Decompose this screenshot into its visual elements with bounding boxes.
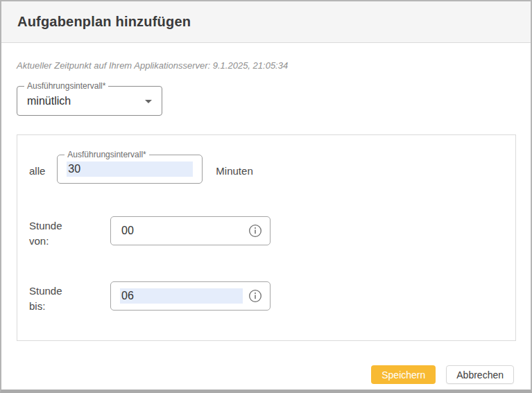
interval-row: alle Ausführungsintervall* Minuten xyxy=(29,155,515,184)
hour-to-row: Stunde bis: xyxy=(29,281,515,314)
save-button[interactable]: Speichern xyxy=(371,365,436,384)
hour-from-label: Stunde von: xyxy=(29,216,110,249)
cancel-button[interactable]: Abbrechen xyxy=(446,365,514,384)
hour-to-label-line2: bis: xyxy=(29,299,110,314)
minutes-unit-label: Minuten xyxy=(216,165,252,177)
server-time-note: Aktueller Zeitpunkt auf Ihrem Applikatio… xyxy=(17,60,515,71)
hour-to-label-line1: Stunde xyxy=(29,283,110,299)
hour-to-label: Stunde bis: xyxy=(29,281,110,314)
execution-interval-select-value: minütlich xyxy=(27,95,71,107)
dialog-header: Aufgabenplan hinzufügen xyxy=(1,1,531,43)
every-label: alle xyxy=(29,165,45,177)
execution-interval-select[interactable]: Ausführungsintervall* minütlich xyxy=(17,86,162,116)
hour-from-row: Stunde von: xyxy=(29,216,515,249)
hour-from-field xyxy=(110,216,271,245)
execution-interval-select-label: Ausführungsintervall* xyxy=(24,81,108,91)
interval-minutes-field: Ausführungsintervall* xyxy=(57,155,203,184)
hour-to-input[interactable] xyxy=(120,288,243,304)
hour-to-field xyxy=(110,281,271,311)
info-icon[interactable] xyxy=(248,289,262,303)
interval-minutes-field-label: Ausführungsintervall* xyxy=(65,150,148,159)
hour-from-label-line2: von: xyxy=(29,234,110,249)
dialog-footer: Speichern Abbrechen xyxy=(1,365,531,390)
hour-from-input[interactable] xyxy=(120,223,243,238)
dialog-title: Aufgabenplan hinzufügen xyxy=(17,14,191,30)
add-task-schedule-dialog: Aufgabenplan hinzufügen Aktueller Zeitpu… xyxy=(0,0,532,393)
dialog-body: Aktueller Zeitpunkt auf Ihrem Applikatio… xyxy=(1,43,531,365)
hour-from-label-line1: Stunde xyxy=(29,218,110,234)
chevron-down-icon xyxy=(145,100,152,103)
schedule-settings-panel: alle Ausführungsintervall* Minuten Stund… xyxy=(17,134,516,341)
interval-minutes-input[interactable] xyxy=(67,161,193,177)
info-icon[interactable] xyxy=(248,224,262,238)
